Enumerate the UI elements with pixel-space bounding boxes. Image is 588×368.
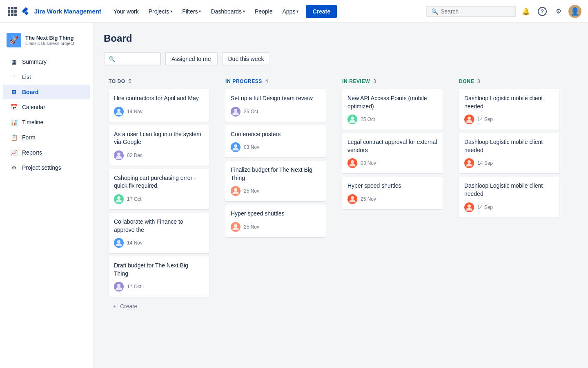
sidebar-item-label: List bbox=[22, 74, 31, 80]
column-count: 3 bbox=[477, 79, 480, 84]
project-settings-icon: ⚙ bbox=[10, 164, 18, 172]
add-card-button[interactable]: ＋ Create bbox=[109, 300, 209, 312]
sidebar-item-timeline[interactable]: 📊 Timeline bbox=[3, 115, 90, 130]
calendar-icon: 📅 bbox=[10, 103, 18, 111]
board-toolbar: 🔍 Assigned to me Due this week bbox=[104, 52, 578, 65]
column-done: DONE 3 Dashloop Logistic mobile client n… bbox=[454, 74, 564, 226]
card-date: 17 Oct bbox=[127, 284, 141, 289]
notifications-button[interactable]: 🔔 bbox=[519, 5, 532, 18]
card-avatar bbox=[464, 114, 474, 124]
card-title: Hyper speed shuttles bbox=[347, 182, 437, 190]
help-button[interactable]: ? bbox=[536, 5, 549, 18]
main-content: Board 🔍 Assigned to me Due this week TO … bbox=[94, 23, 588, 368]
search-box[interactable]: 🔍 bbox=[426, 6, 516, 17]
card-avatar bbox=[231, 107, 241, 117]
jira-logo[interactable]: Jira Work Management bbox=[21, 7, 101, 16]
svg-point-9 bbox=[351, 117, 354, 120]
sidebar-item-project-settings[interactable]: ⚙ Project settings bbox=[3, 160, 90, 175]
board-card[interactable]: Legal contract approval for external ven… bbox=[342, 133, 443, 173]
card-footer: 14 Sep bbox=[464, 202, 554, 212]
board-card[interactable]: Dashloop Logistic mobile client needed 1… bbox=[459, 133, 559, 173]
board-card[interactable]: Draft budget for The Next Big Thing 17 O… bbox=[109, 256, 209, 297]
board-card[interactable]: As a user I can log into the system via … bbox=[109, 125, 209, 166]
column-label: DONE bbox=[459, 79, 474, 84]
column-count: 3 bbox=[373, 79, 376, 84]
card-footer: 03 Nov bbox=[347, 158, 437, 168]
search-input[interactable] bbox=[441, 8, 511, 15]
card-date: 03 Nov bbox=[244, 144, 259, 150]
board-card[interactable]: Set up a full Design team review 25 Oct bbox=[225, 89, 326, 122]
sidebar-item-board[interactable]: ⊞ Board bbox=[3, 85, 90, 99]
project-header: 🚀 The Next Big Thing Classic Business pr… bbox=[0, 29, 94, 54]
card-title: Hire contractors for April and May bbox=[114, 94, 204, 103]
svg-point-4 bbox=[117, 284, 120, 287]
card-date: 17 Oct bbox=[127, 196, 141, 202]
projects-nav[interactable]: Projects ▾ bbox=[145, 6, 177, 17]
sidebar-item-summary[interactable]: ▦ Summary bbox=[3, 54, 90, 69]
card-footer: 03 Nov bbox=[231, 142, 321, 152]
board-card[interactable]: Hyper speed shuttles 25 Nov bbox=[342, 177, 443, 209]
project-icon: 🚀 bbox=[7, 33, 21, 47]
sidebar-item-label: Summary bbox=[22, 58, 47, 65]
card-date: 25 Nov bbox=[361, 196, 376, 202]
sidebar-item-reports[interactable]: 📈 Reports bbox=[3, 145, 90, 160]
board-card[interactable]: Dashloop Logistic mobile client needed 1… bbox=[459, 177, 559, 217]
column-label: TO DO bbox=[109, 79, 125, 84]
assigned-to-me-button[interactable]: Assigned to me bbox=[165, 52, 218, 65]
board-card[interactable]: Hyper speed shuttles 25 Nov bbox=[225, 204, 326, 237]
board-icon: ⊞ bbox=[10, 88, 18, 96]
card-avatar bbox=[114, 238, 124, 248]
board-card[interactable]: New API Access Points (mobile optimized)… bbox=[342, 89, 443, 130]
board-card[interactable]: Conference posters 03 Nov bbox=[225, 125, 326, 158]
projects-caret: ▾ bbox=[170, 9, 172, 13]
board-card[interactable]: Hire contractors for April and May 14 No… bbox=[109, 89, 209, 122]
create-button[interactable]: Create bbox=[306, 5, 337, 18]
dashboards-nav[interactable]: Dashboards ▾ bbox=[207, 6, 249, 17]
sidebar-item-calendar[interactable]: 📅 Calendar bbox=[3, 100, 90, 114]
board-search-icon: 🔍 bbox=[109, 56, 115, 62]
card-title: Legal contract approval for external ven… bbox=[347, 138, 437, 154]
column-header: IN PROGRESS 4 bbox=[225, 79, 326, 84]
column-header: DONE 3 bbox=[459, 79, 559, 84]
column-inprogress: IN PROGRESS 4 Set up a full Design team … bbox=[220, 74, 331, 245]
svg-point-12 bbox=[468, 117, 471, 120]
sidebar-item-form[interactable]: 📋 Form bbox=[3, 130, 90, 145]
svg-point-8 bbox=[234, 224, 237, 227]
card-date: 14 Nov bbox=[127, 109, 143, 114]
board-search-box[interactable]: 🔍 bbox=[104, 52, 161, 65]
svg-point-0 bbox=[117, 109, 120, 112]
user-avatar[interactable]: 👤 bbox=[568, 5, 581, 18]
card-date: 14 Sep bbox=[477, 204, 493, 210]
card-avatar bbox=[231, 222, 241, 232]
due-this-week-button[interactable]: Due this week bbox=[222, 52, 271, 65]
card-footer: 25 Nov bbox=[231, 186, 321, 196]
card-title: Hyper speed shuttles bbox=[231, 210, 321, 218]
apps-nav[interactable]: Apps ▾ bbox=[278, 6, 303, 17]
card-date: 25 Oct bbox=[361, 117, 375, 122]
card-date: 02 Dec bbox=[127, 153, 143, 158]
card-date: 25 Oct bbox=[244, 109, 258, 114]
sidebar-item-list[interactable]: ≡ List bbox=[3, 70, 90, 84]
filters-nav[interactable]: Filters ▾ bbox=[178, 6, 205, 17]
settings-button[interactable]: ⚙ bbox=[552, 5, 565, 18]
board-card[interactable]: Dashloop Logistic mobile client needed 1… bbox=[459, 89, 559, 130]
card-title: Dashloop Logistic mobile client needed bbox=[464, 182, 554, 198]
card-footer: 14 Sep bbox=[464, 158, 554, 168]
project-name: The Next Big Thing bbox=[25, 35, 74, 41]
card-avatar bbox=[347, 194, 357, 204]
board-card[interactable]: Finalize budget for The Next Big Thing 2… bbox=[225, 161, 326, 201]
board-search-input[interactable] bbox=[118, 56, 156, 62]
board-columns: TO DO 5 Hire contractors for April and M… bbox=[104, 74, 578, 317]
svg-point-11 bbox=[351, 196, 354, 200]
apps-caret: ▾ bbox=[296, 9, 298, 13]
card-avatar bbox=[114, 150, 124, 160]
board-card[interactable]: Cshoping cart purchasing error - quick f… bbox=[109, 169, 209, 209]
app-switcher-button[interactable] bbox=[7, 6, 18, 17]
column-header: TO DO 5 bbox=[109, 79, 209, 84]
your-work-nav[interactable]: Your work bbox=[109, 6, 143, 17]
column-count: 4 bbox=[265, 79, 268, 84]
timeline-icon: 📊 bbox=[10, 118, 18, 126]
board-card[interactable]: Collaborate with Finance to approve the … bbox=[109, 213, 209, 253]
card-footer: 25 Oct bbox=[231, 107, 321, 117]
people-nav[interactable]: People bbox=[251, 6, 277, 17]
